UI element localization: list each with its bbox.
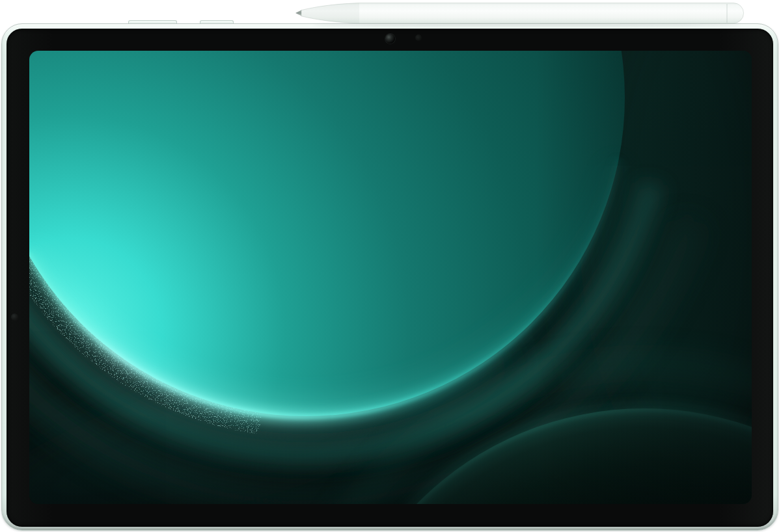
pen-tip (295, 10, 302, 16)
tablet-screen (29, 51, 752, 504)
wallpaper-image (29, 51, 752, 504)
front-camera-icon (385, 34, 395, 44)
ambient-sensor-icon (415, 34, 422, 41)
s-pen (280, 1, 748, 27)
side-camera-icon (11, 313, 18, 321)
pen-cone-shade (301, 3, 359, 23)
pen-body (301, 3, 744, 23)
pen-shadow (312, 23, 742, 26)
product-photo (0, 0, 781, 532)
